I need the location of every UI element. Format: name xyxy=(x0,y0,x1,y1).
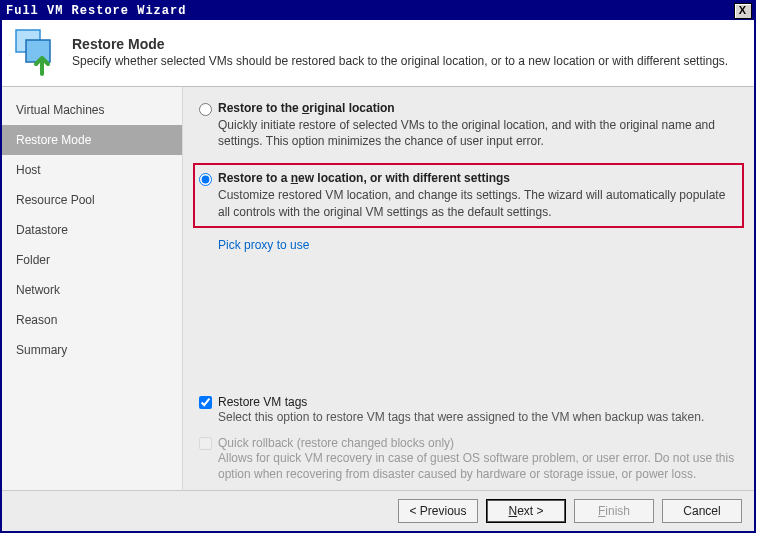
sidebar-item-resource-pool[interactable]: Resource Pool xyxy=(2,185,182,215)
page-description: Specify whether selected VMs should be r… xyxy=(72,54,744,68)
pick-proxy-link[interactable]: Pick proxy to use xyxy=(218,238,309,252)
option-original-location[interactable]: Restore to the original location Quickly… xyxy=(199,101,738,149)
svg-rect-3 xyxy=(40,61,44,74)
radio-original-label: Restore to the original location xyxy=(218,101,395,115)
sidebar-item-datastore[interactable]: Datastore xyxy=(2,215,182,245)
sidebar-item-network[interactable]: Network xyxy=(2,275,182,305)
wizard-sidebar: Virtual Machines Restore Mode Host Resou… xyxy=(2,87,183,490)
checkbox-restore-tags-label: Restore VM tags xyxy=(218,395,307,409)
checkbox-restore-tags-description: Select this option to restore VM tags th… xyxy=(218,409,738,425)
sidebar-item-folder[interactable]: Folder xyxy=(2,245,182,275)
checkbox-quick-rollback-group: Quick rollback (restore changed blocks o… xyxy=(199,436,738,482)
radio-original-location[interactable] xyxy=(199,103,212,116)
svg-rect-1 xyxy=(26,40,50,62)
wizard-window: Full VM Restore Wizard X Restore Mode Sp… xyxy=(0,0,756,533)
close-icon[interactable]: X xyxy=(734,3,752,19)
option-new-location[interactable]: Restore to a new location, or with diffe… xyxy=(199,171,736,219)
bottom-options: Restore VM tags Select this option to re… xyxy=(199,395,738,482)
sidebar-item-restore-mode[interactable]: Restore Mode xyxy=(2,125,182,155)
radio-new-location[interactable] xyxy=(199,173,212,186)
sidebar-item-reason[interactable]: Reason xyxy=(2,305,182,335)
wizard-header: Restore Mode Specify whether selected VM… xyxy=(2,20,754,87)
radio-original-description: Quickly initiate restore of selected VMs… xyxy=(218,117,738,149)
titlebar: Full VM Restore Wizard X xyxy=(2,2,754,20)
page-title: Restore Mode xyxy=(72,36,744,52)
checkbox-restore-tags[interactable] xyxy=(199,396,212,409)
next-button[interactable]: Next > xyxy=(486,499,566,523)
wizard-footer: < Previous Next > Finish Cancel xyxy=(2,490,754,531)
checkbox-quick-rollback-description: Allows for quick VM recovery in case of … xyxy=(218,450,738,482)
window-title: Full VM Restore Wizard xyxy=(6,4,734,18)
sidebar-item-summary[interactable]: Summary xyxy=(2,335,182,365)
radio-new-description: Customize restored VM location, and chan… xyxy=(218,187,736,219)
finish-button: Finish xyxy=(574,499,654,523)
checkbox-quick-rollback xyxy=(199,437,212,450)
checkbox-quick-rollback-label: Quick rollback (restore changed blocks o… xyxy=(218,436,454,450)
checkbox-restore-tags-group: Restore VM tags Select this option to re… xyxy=(199,395,738,425)
wizard-content: Restore to the original location Quickly… xyxy=(183,87,754,490)
cancel-button[interactable]: Cancel xyxy=(662,499,742,523)
sidebar-item-host[interactable]: Host xyxy=(2,155,182,185)
radio-new-label: Restore to a new location, or with diffe… xyxy=(218,171,510,185)
highlighted-option: Restore to a new location, or with diffe… xyxy=(193,163,744,227)
previous-button[interactable]: < Previous xyxy=(398,499,478,523)
wizard-body: Virtual Machines Restore Mode Host Resou… xyxy=(2,87,754,490)
sidebar-item-virtual-machines[interactable]: Virtual Machines xyxy=(2,95,182,125)
restore-icon xyxy=(12,28,60,76)
